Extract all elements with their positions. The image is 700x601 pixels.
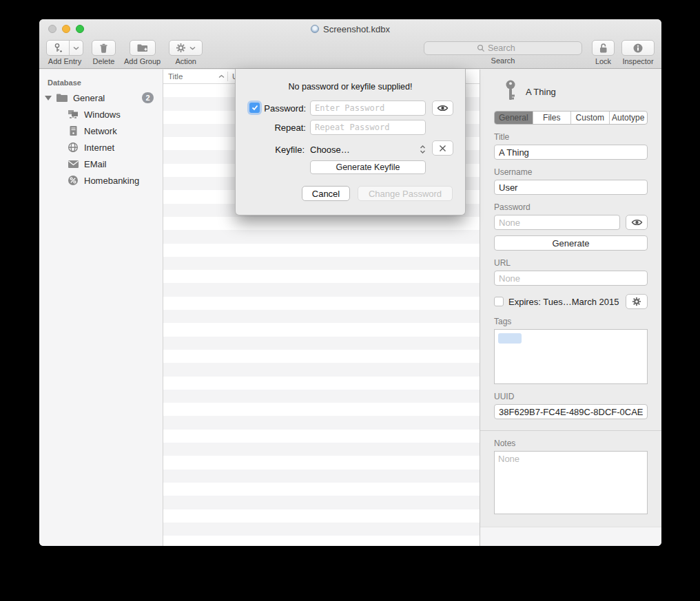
- open-padlock-icon: [598, 43, 608, 54]
- delete-group: Delete: [92, 40, 116, 65]
- generate-keyfile-button[interactable]: Generate Keyfile: [310, 160, 426, 174]
- percent-coin-icon: [67, 175, 79, 186]
- url-input[interactable]: [494, 271, 648, 286]
- tab-custom[interactable]: Custom: [570, 112, 609, 124]
- delete-button[interactable]: [92, 40, 116, 56]
- add-entry-group: Add Entry: [46, 40, 83, 65]
- sidebar-item-label: Internet: [84, 143, 114, 153]
- search-label: Search: [491, 56, 515, 65]
- lock-label: Lock: [595, 57, 611, 65]
- username-field-label: Username: [494, 167, 648, 177]
- add-group-group: Add Group: [124, 40, 161, 65]
- titlebar: Screenshot.kdbx: [39, 19, 661, 39]
- column-header-title[interactable]: Title: [163, 72, 227, 81]
- entry-title: A Thing: [526, 87, 556, 97]
- action-label: Action: [175, 57, 196, 65]
- gear-icon: [632, 297, 641, 306]
- lock-button[interactable]: [592, 40, 615, 56]
- sheet-keyfile-label: Keyfile:: [236, 145, 305, 155]
- app-window: Screenshot.kdbx Add Entry: [39, 19, 661, 546]
- username-input[interactable]: [494, 180, 648, 195]
- password-field-label: Password: [494, 202, 648, 212]
- action-button[interactable]: [169, 40, 203, 56]
- toolbar-right: Search Lock: [424, 40, 655, 65]
- delete-label: Delete: [93, 57, 115, 65]
- windows-icon: [67, 109, 79, 120]
- sheet-repeat-label: Repeat:: [237, 123, 306, 133]
- action-chevron-icon: [189, 46, 196, 50]
- add-entry-label: Add Entry: [48, 57, 81, 65]
- notes-textarea[interactable]: [494, 451, 648, 514]
- sidebar-item-label: EMail: [84, 159, 107, 169]
- gear-icon: [176, 43, 186, 53]
- sidebar-item-homebanking[interactable]: Homebanking: [39, 172, 163, 189]
- eye-icon: [631, 218, 643, 226]
- trash-icon: [99, 43, 109, 54]
- search-field[interactable]: [424, 41, 582, 55]
- add-entry-chevron-icon[interactable]: [69, 41, 83, 55]
- x-mark-icon: [439, 145, 446, 152]
- keyfile-popup-value: Choose…: [310, 145, 350, 155]
- sidebar-section-header: Database: [39, 76, 163, 89]
- lock-group: Lock: [592, 40, 615, 65]
- expires-checkbox[interactable]: [494, 297, 504, 306]
- tab-files[interactable]: Files: [533, 112, 571, 124]
- expires-row: Expires: Tues…March 2015: [494, 294, 648, 309]
- tab-autotype[interactable]: Autotype: [609, 112, 648, 124]
- tag-token[interactable]: [498, 333, 522, 344]
- tab-general[interactable]: General: [495, 112, 533, 124]
- generate-password-button[interactable]: Generate: [494, 235, 648, 251]
- search-input[interactable]: [488, 43, 529, 53]
- disclosure-triangle-icon[interactable]: [45, 96, 52, 101]
- sidebar-item-label: General: [73, 93, 105, 103]
- sidebar-item-windows[interactable]: Windows: [39, 106, 163, 123]
- title-input[interactable]: [494, 145, 648, 160]
- document-icon: [311, 25, 319, 33]
- notes-field-label: Notes: [494, 439, 648, 448]
- sidebar-item-internet[interactable]: Internet: [39, 139, 163, 156]
- sidebar-item-network[interactable]: Network: [39, 123, 163, 139]
- inspector-tabs: General Files Custom Autotype: [494, 111, 648, 125]
- sidebar-item-email[interactable]: EMail: [39, 156, 163, 172]
- inspector-label: Inspector: [622, 57, 653, 65]
- title-field-label: Title: [494, 132, 648, 142]
- key-icon: [504, 79, 517, 104]
- sheet-repeat-input[interactable]: [310, 120, 426, 135]
- keyfile-popup[interactable]: Choose…: [310, 142, 426, 157]
- server-icon: [67, 125, 79, 136]
- folder-icon: [56, 93, 68, 103]
- entry-header: A Thing: [504, 79, 648, 104]
- window-title: Screenshot.kdbx: [323, 24, 390, 34]
- sidebar-item-general[interactable]: General 2: [39, 89, 163, 106]
- expires-settings-button[interactable]: [626, 294, 648, 309]
- sheet-reveal-password-button[interactable]: [432, 101, 453, 116]
- url-field-label: URL: [494, 258, 648, 268]
- password-input[interactable]: [494, 215, 620, 230]
- window-title-area: Screenshot.kdbx: [39, 19, 661, 39]
- keyfile-clear-button[interactable]: [432, 140, 453, 156]
- inspector-fields: A Thing General Files Custom Autotype Ti…: [480, 70, 661, 419]
- sheet-message: No password or keyfile supplied!: [236, 82, 465, 92]
- info-icon: [632, 43, 644, 54]
- search-icon: [477, 44, 485, 52]
- tags-field-label: Tags: [494, 317, 648, 326]
- toolbar: Add Entry Delete: [39, 39, 661, 69]
- inspector-button[interactable]: [621, 40, 655, 56]
- cancel-button[interactable]: Cancel: [302, 186, 350, 201]
- reveal-password-button[interactable]: [626, 215, 648, 230]
- change-password-sheet: No password or keyfile supplied! Passwor…: [235, 69, 466, 215]
- uuid-field-label: UUID: [494, 392, 648, 401]
- inspector-group: Inspector: [621, 40, 655, 65]
- action-group: Action: [169, 40, 203, 65]
- add-group-button[interactable]: [130, 40, 156, 56]
- sidebar-item-label: Windows: [84, 109, 121, 120]
- notes-section: Notes: [480, 431, 661, 517]
- add-entry-button[interactable]: [46, 40, 83, 56]
- uuid-input[interactable]: [494, 404, 648, 419]
- tags-box[interactable]: [494, 329, 648, 384]
- popup-stepper-icon: [420, 145, 426, 154]
- sidebar: Database General 2 Windows: [39, 70, 163, 546]
- expires-label: Expires: Tues…March 2015: [508, 297, 619, 307]
- sheet-password-input[interactable]: [310, 101, 426, 116]
- key-plus-icon: [47, 41, 69, 55]
